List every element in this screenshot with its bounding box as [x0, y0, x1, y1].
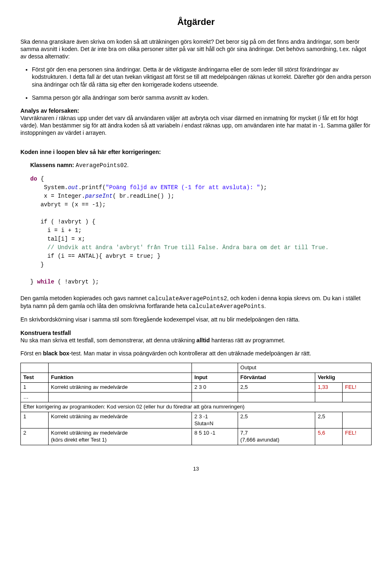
- code: }: [30, 279, 37, 285]
- cell: [343, 412, 372, 428]
- text: räknas upp under det varv då användaren …: [57, 115, 320, 121]
- col-funktion: Funktion: [48, 373, 192, 383]
- cell: 2: [21, 428, 49, 445]
- keyword-do: do: [30, 176, 37, 182]
- table-row: 1 Korrekt uträkning av medelvärde 2 3 -1…: [21, 412, 372, 428]
- cell: 7,7 (7,666 avrundat): [238, 428, 315, 445]
- cell: 2,5: [315, 412, 343, 428]
- cell: 2 3 0: [192, 382, 238, 392]
- cell-fel: FEL!: [343, 428, 372, 445]
- code: ( br.readLine() );: [113, 193, 174, 199]
- code: {: [37, 176, 44, 182]
- text: .: [264, 303, 266, 309]
- analysis-para: Analys av felorsaken: Varvräknaren i räk…: [20, 107, 372, 137]
- code: if ( !avbryt ) {: [30, 219, 96, 225]
- construct-heading-para: Konstruera testfall Nu ska man skriva et…: [20, 329, 372, 344]
- col-input: Input: [192, 373, 238, 383]
- class-name-line: Klassens namn: AveragePoints02.: [30, 161, 372, 169]
- cell-verklig: 5,6: [315, 428, 343, 445]
- copy-method-para: Den gamla metoden kopierades och gavs na…: [20, 295, 372, 310]
- code: x = Integer.: [30, 193, 85, 199]
- table-row: 2 Korrekt uträkning av medelvärde (körs …: [21, 428, 372, 445]
- cell-verklig: 1,33: [315, 382, 343, 392]
- list-item: Samma person gör alla ändringar som berö…: [32, 94, 372, 101]
- expected-line: (7,666 avrundat): [241, 437, 279, 443]
- field-out: out: [68, 184, 78, 191]
- table-row: Output: [21, 363, 372, 373]
- class-name: AveragePoints02: [76, 162, 127, 169]
- cell-dots: …: [21, 392, 49, 402]
- emph-alltid: alltid: [196, 337, 210, 344]
- output-header: Output: [238, 363, 371, 373]
- class-label: Klassens namn:: [30, 162, 76, 168]
- text: Först en: [20, 350, 43, 357]
- code: if (i == ANTAL){ avbryt = true; }: [30, 253, 160, 259]
- table-row: 1 Korrekt uträkning av medelvärde 2 3 0 …: [21, 382, 372, 392]
- code: tal[i] = x;: [30, 236, 85, 242]
- cell: Korrekt uträkning av medelvärde (körs di…: [48, 428, 192, 445]
- cell: 2 3 -1 Sluta=N: [192, 412, 238, 428]
- cell: Korrekt uträkning av medelvärde: [48, 382, 192, 392]
- test-table: Output Test Funktion Input Förväntad Ver…: [20, 363, 372, 445]
- text: Varvräknaren: [20, 115, 56, 121]
- cell: 8 5 10 -1: [192, 428, 238, 445]
- code-comment: // Undvik att ändra 'avbryt' från True t…: [30, 244, 329, 251]
- desk-run-para: En skrivbordskörning visar i samma stil …: [20, 316, 372, 323]
- table-row: Efter korrigering av programkoden: Kod v…: [21, 402, 372, 412]
- page-number: 13: [20, 466, 372, 473]
- code-block: do { System.out.printf("Poäng följd av E…: [30, 175, 372, 286]
- list-item: Först gör den ena personen sina ändringa…: [32, 66, 372, 88]
- text: -test. Man matar in vissa poängvärden oc…: [69, 350, 311, 357]
- loop-heading: Koden inne i loopen blev så här efter ko…: [20, 148, 372, 156]
- cell: 1: [21, 382, 49, 392]
- cell: 2,5: [238, 382, 315, 392]
- text: hanteras rätt av programmet.: [210, 337, 285, 344]
- correction-note: Efter korrigering av programkoden: Kod v…: [21, 402, 372, 412]
- input-line: Sluta=N: [194, 420, 214, 426]
- col-forvantad: Förväntad: [238, 373, 315, 383]
- input-line: 2 3 -1: [194, 413, 208, 419]
- method-parseInt: parseInt: [85, 193, 112, 199]
- table-header-row: Test Funktion Input Förväntad Verklig: [21, 373, 372, 383]
- bullet-list: Först gör den ena personen sina ändringa…: [20, 66, 372, 101]
- text: Nu ska man skriva ett testfall, som demo…: [20, 337, 196, 344]
- code: i = i + 1;: [30, 227, 82, 234]
- col-verklig: Verklig: [315, 373, 372, 383]
- code: .printf(: [78, 184, 106, 191]
- page-title: Åtgärder: [20, 16, 372, 28]
- string-literal: "Poäng följd av ENTER (-1 för att avslut…: [106, 184, 260, 191]
- cell: 2,5: [238, 412, 315, 428]
- emph-blackbox: black box: [43, 350, 69, 357]
- cell: 1: [21, 412, 49, 428]
- keyword-while: while: [37, 279, 54, 285]
- code: }: [30, 261, 44, 268]
- code: avbryt = (x == -1);: [30, 201, 106, 208]
- analysis-heading: Analys av felorsaken:: [20, 107, 79, 114]
- method-name: calculateAveragePoints: [189, 303, 264, 310]
- method-name: calculateAveragePoints2: [148, 295, 227, 302]
- table-row: …: [21, 392, 372, 402]
- code: ( !avbryt );: [54, 279, 99, 285]
- code: System.: [30, 184, 68, 191]
- col-test: Test: [21, 373, 49, 383]
- intro-para: Ska denna granskare även skriva om koden…: [20, 38, 372, 60]
- expected-line: 7,7: [241, 430, 248, 436]
- blackbox-para: Först en black box-test. Man matar in vi…: [20, 350, 372, 357]
- text: Den gamla metoden kopierades och gavs na…: [20, 295, 148, 301]
- construct-heading: Konstruera testfall: [20, 330, 71, 336]
- func-line: (körs direkt efter Test 1): [51, 437, 107, 443]
- code: );: [260, 184, 267, 191]
- func-line: Korrekt uträkning av medelvärde: [51, 430, 128, 436]
- cell: Korrekt uträkning av medelvärde: [48, 412, 192, 428]
- cell-fel: FEL!: [343, 382, 372, 392]
